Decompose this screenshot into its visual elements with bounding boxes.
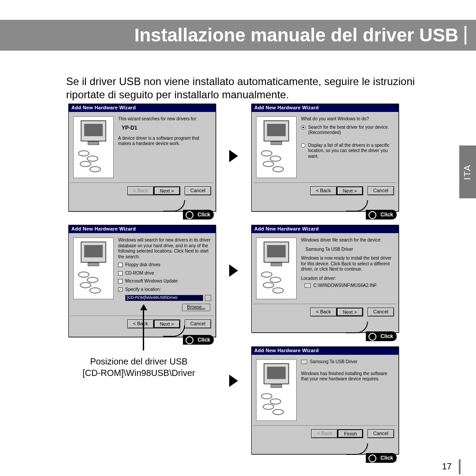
option-label: Search for the best driver for your devi… bbox=[308, 125, 394, 136]
click-badge: Click bbox=[183, 210, 214, 219]
browse-button[interactable]: Browse... bbox=[182, 304, 210, 311]
back-button[interactable]: < Back bbox=[127, 320, 154, 328]
checkbox-option[interactable]: Specify a location: bbox=[118, 287, 211, 293]
location-path: C:\WINDOWS\INF\MUS6A2.INF bbox=[305, 283, 394, 289]
checkbox-icon bbox=[118, 279, 123, 283]
wizard-button-row: < Back Next > Cancel bbox=[69, 183, 216, 200]
page-header: Installazione manuale del driver USB bbox=[0, 20, 476, 51]
option-label: Microsoft Windows Update bbox=[125, 279, 178, 284]
wizard-button-row: < Back Finish Cancel bbox=[252, 426, 398, 443]
wizard-illustration bbox=[256, 238, 297, 299]
callout-line bbox=[143, 309, 144, 350]
wizard-button-row: < Back Next > Cancel bbox=[69, 316, 216, 333]
arrow-right-icon bbox=[229, 375, 238, 387]
location-input[interactable]: [CD-ROM]\Win98USB\Driver bbox=[125, 295, 203, 301]
back-button[interactable]: < Back bbox=[311, 429, 338, 438]
callout-box: Posizione del driver USB [CD-ROM]\Win98U… bbox=[66, 350, 212, 384]
option-label: Display a list of all the drivers in a s… bbox=[308, 143, 394, 160]
option-label: Specify a location: bbox=[125, 287, 161, 293]
intro-text: Se il driver USB non viene installato au… bbox=[66, 75, 441, 101]
wizard-text: Windows will search for new drivers in i… bbox=[118, 238, 211, 260]
wizard-step-5: Add New Hardware Wizard Samsung Ta USB D… bbox=[251, 346, 399, 454]
click-badge: Click bbox=[366, 210, 397, 219]
language-tab: ITA bbox=[459, 145, 476, 198]
option-label: CD-ROM drive bbox=[125, 271, 154, 276]
back-button[interactable]: < Back bbox=[310, 186, 337, 195]
cancel-button[interactable]: Cancel bbox=[185, 320, 211, 328]
cancel-button[interactable]: Cancel bbox=[368, 429, 394, 438]
checkbox-option[interactable]: Floppy disk drives bbox=[118, 262, 211, 268]
wizard-text: What do you want Windows to do? bbox=[301, 116, 394, 122]
arrow-right-icon bbox=[229, 264, 238, 277]
back-button[interactable]: < Back bbox=[310, 308, 337, 316]
wizard-illustration bbox=[256, 116, 297, 178]
click-badge: Click bbox=[366, 331, 397, 341]
header-divider bbox=[465, 26, 466, 45]
device-name: Samsung Ta USB Driver bbox=[301, 359, 394, 365]
checkbox-icon bbox=[118, 271, 123, 275]
checkbox-option[interactable]: CD-ROM drive bbox=[118, 271, 211, 276]
wizard-step-3: Add New Hardware Wizard Windows will sea… bbox=[68, 225, 216, 337]
callout-line2: [CD-ROM]\Win98USB\Driver bbox=[73, 367, 205, 379]
click-badge: Click bbox=[366, 453, 397, 463]
wizard-text: This wizard searches for new drivers for… bbox=[118, 116, 211, 122]
wizard-step-2: Add New Hardware Wizard What do you want… bbox=[251, 104, 399, 212]
checkbox-icon bbox=[118, 263, 123, 267]
cancel-button[interactable]: Cancel bbox=[185, 186, 211, 195]
device-name: Samsung Ta USB Driver bbox=[305, 247, 394, 253]
wizard-titlebar: Add New Hardware Wizard bbox=[252, 225, 398, 233]
wizard-step-4: Add New Hardware Wizard Windows driver f… bbox=[251, 225, 399, 333]
next-button[interactable]: Next > bbox=[337, 186, 363, 195]
click-badge: Click bbox=[183, 335, 214, 345]
wizard-text: Windows is now ready to install the best… bbox=[301, 256, 394, 272]
radio-icon bbox=[301, 125, 305, 130]
finish-button[interactable]: Finish bbox=[338, 429, 363, 438]
wizard-titlebar: Add New Hardware Wizard bbox=[69, 225, 216, 233]
file-icon bbox=[301, 360, 307, 364]
wizard-titlebar: Add New Hardware Wizard bbox=[69, 104, 216, 112]
radio-option[interactable]: Search for the best driver for your devi… bbox=[301, 125, 394, 136]
wizard-text: Windows driver file search for the devic… bbox=[301, 238, 394, 243]
arrow-right-icon bbox=[229, 150, 238, 162]
wizard-button-row: < Back Next > Cancel bbox=[252, 183, 398, 200]
language-tab-label: ITA bbox=[462, 164, 472, 180]
cancel-button[interactable]: Cancel bbox=[368, 308, 394, 316]
option-label: Floppy disk drives bbox=[125, 262, 160, 268]
wizard-button-row: < Back Next > Cancel bbox=[252, 304, 398, 321]
page-tick bbox=[459, 459, 461, 474]
wizard-illustration bbox=[256, 359, 297, 421]
next-button[interactable]: Next > bbox=[337, 308, 363, 316]
next-button[interactable]: Next > bbox=[154, 186, 180, 195]
wizard-text: Windows has finished installing the soft… bbox=[301, 371, 394, 382]
file-icon bbox=[305, 283, 311, 288]
radio-option[interactable]: Display a list of all the drivers in a s… bbox=[301, 143, 394, 160]
back-button[interactable]: < Back bbox=[127, 186, 154, 195]
radio-icon bbox=[301, 143, 305, 148]
wizard-step-1: Add New Hardware Wizard This wizard sear… bbox=[68, 104, 216, 212]
checkbox-icon bbox=[118, 287, 123, 292]
dropdown-icon[interactable] bbox=[205, 295, 211, 301]
checkbox-option[interactable]: Microsoft Windows Update bbox=[118, 279, 211, 284]
device-name: YP-D1 bbox=[122, 125, 211, 131]
wizard-titlebar: Add New Hardware Wizard bbox=[252, 347, 398, 355]
wizard-illustration bbox=[73, 238, 114, 299]
wizard-titlebar: Add New Hardware Wizard bbox=[252, 104, 398, 112]
page-number: 17 bbox=[442, 461, 452, 472]
cancel-button[interactable]: Cancel bbox=[368, 186, 394, 195]
wizard-text: A device driver is a software program th… bbox=[118, 136, 211, 147]
callout-line1: Posizione del driver USB bbox=[73, 356, 205, 367]
page-title: Installazione manuale del driver USB bbox=[134, 25, 458, 46]
wizard-illustration bbox=[73, 116, 114, 178]
location-label: Location of driver: bbox=[301, 276, 394, 282]
